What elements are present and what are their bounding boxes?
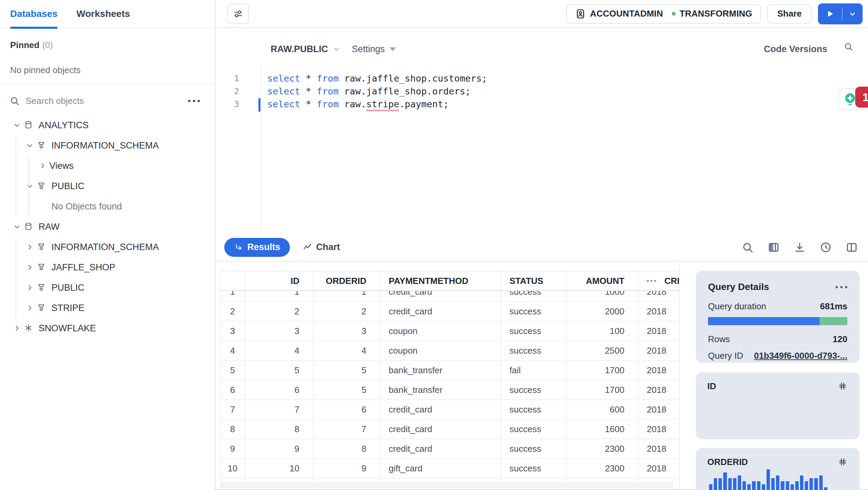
sliders-icon <box>232 8 244 20</box>
table-row[interactable]: 444couponsuccess25002018 <box>221 341 679 361</box>
tab-chart[interactable]: Chart <box>303 242 340 252</box>
history-clock-icon[interactable] <box>820 241 832 253</box>
query-duration-bar <box>708 317 847 325</box>
histogram-bar <box>781 481 784 490</box>
cell: credit_card <box>381 302 501 321</box>
histogram-bar <box>752 481 755 490</box>
tree-item-public[interactable]: PUBLIC <box>0 277 215 298</box>
duration-bar-other <box>820 317 847 325</box>
column-header-status[interactable]: STATUS <box>501 271 567 290</box>
cell: credit_card <box>381 420 501 439</box>
cell: 2300 <box>567 439 639 459</box>
table-row[interactable]: 665bank_transfersuccess17002018 <box>221 380 679 400</box>
run-options-button[interactable] <box>843 3 863 24</box>
histogram-bar <box>733 478 736 490</box>
cell: 2500 <box>567 341 639 361</box>
cell: 2300 <box>567 459 639 478</box>
horizontal-scrollbar[interactable] <box>220 482 673 488</box>
chevron-right-icon[interactable] <box>25 283 35 292</box>
chevron-down-icon[interactable] <box>25 181 35 191</box>
table-row[interactable]: 776credit_cardsuccess6002018 <box>221 400 679 420</box>
cell: 100 <box>567 321 639 341</box>
tree-item-information-schema[interactable]: INFORMATION_SCHEMA <box>0 237 215 257</box>
tree-item-label: JAFFLE_SHOP <box>51 262 115 273</box>
results-table-header: IDORDERIDPAYMENTMETHODSTATUSAMOUNTCREATE… <box>220 271 679 291</box>
chevron-right-icon[interactable] <box>25 263 35 272</box>
tree-item-jaffle-shop[interactable]: JAFFLE_SHOP <box>0 257 215 277</box>
tree-item-stripe[interactable]: STRIPE <box>0 298 215 318</box>
cell: credit_card <box>381 291 501 302</box>
split-panel-icon[interactable] <box>846 241 858 253</box>
share-button[interactable]: Share <box>767 4 812 24</box>
tree-item-raw[interactable]: RAW <box>0 217 215 237</box>
chevron-down-icon[interactable] <box>25 141 35 150</box>
cell: success <box>501 321 567 341</box>
columns-icon[interactable] <box>768 241 780 253</box>
query-id-label: Query ID <box>708 351 743 361</box>
cell <box>245 478 314 481</box>
table-row[interactable]: 10109gift_cardsuccess23002018 <box>221 459 679 478</box>
schema-context-label: RAW.PUBLIC <box>271 44 328 54</box>
search-results-icon[interactable] <box>741 241 754 253</box>
table-row[interactable]: 111credit_cardsuccess10002018 <box>221 291 679 302</box>
hash-icon[interactable] <box>838 381 848 392</box>
tree-item-analytics[interactable]: ANALYTICS <box>0 115 215 135</box>
cell: 2018 <box>639 380 679 400</box>
table-row[interactable] <box>221 478 679 481</box>
cell: 1 <box>314 291 381 302</box>
context-role-warehouse-selector[interactable]: ACCOUNTADMIN TRANSFORMING <box>566 4 761 24</box>
cell: 9 <box>245 439 314 459</box>
search-input[interactable]: Search objects <box>26 96 188 106</box>
worksheet-options-button[interactable] <box>227 4 249 24</box>
run-button[interactable] <box>818 3 842 24</box>
table-row[interactable]: 887credit_cardsuccess16002018 <box>221 420 679 439</box>
cell: success <box>501 341 567 361</box>
column-header-created[interactable]: CREATED <box>639 271 679 290</box>
chevron-right-icon[interactable] <box>12 324 22 333</box>
table-row[interactable]: 555bank_transferfail17002018 <box>221 361 679 380</box>
tab-worksheets[interactable]: Worksheets <box>76 0 130 28</box>
cell <box>314 478 381 481</box>
snowflake-icon <box>24 323 34 333</box>
download-icon[interactable] <box>794 241 806 253</box>
cell <box>639 478 679 481</box>
column-header-orderid[interactable]: ORDERID <box>314 271 381 290</box>
table-row[interactable]: 998credit_cardsuccess23002018 <box>221 439 679 459</box>
chevron-right-icon[interactable] <box>25 303 35 313</box>
editor-search-icon[interactable] <box>844 42 855 53</box>
tree-item-snowflake[interactable]: SNOWFLAKE <box>0 318 215 338</box>
chevron-right-icon[interactable] <box>38 161 47 171</box>
tree-item-public[interactable]: PUBLIC <box>0 176 215 196</box>
results-table[interactable]: 111credit_cardsuccess10002018222credit_c… <box>220 291 679 481</box>
histogram-bar <box>718 478 722 490</box>
tree-item-label: ANALYTICS <box>39 120 89 131</box>
column-header-id[interactable]: ID <box>245 271 314 290</box>
query-id-link[interactable]: 01b349f6-0000-d793-... <box>754 351 847 361</box>
object-search[interactable]: Search objects <box>0 90 215 112</box>
query-details-menu[interactable] <box>836 286 847 288</box>
tab-databases[interactable]: Databases <box>10 0 58 28</box>
tree-item-views[interactable]: Views <box>0 156 215 176</box>
warehouse-status-dot <box>672 12 676 16</box>
settings-dropdown[interactable]: Settings <box>352 41 396 57</box>
query-details-title: Query Details <box>708 282 769 292</box>
column-header-amount[interactable]: AMOUNT <box>567 271 639 290</box>
hash-icon[interactable] <box>838 457 848 467</box>
column-header-paymentmethod[interactable]: PAYMENTMETHOD <box>381 271 501 290</box>
column-menu-icon[interactable] <box>647 280 656 282</box>
schema-context-dropdown[interactable]: RAW.PUBLIC <box>271 41 341 57</box>
stat-card-title: ID <box>707 381 716 392</box>
table-row[interactable]: 333couponsuccess1002018 <box>221 321 679 341</box>
tree-item-information-schema[interactable]: INFORMATION_SCHEMA <box>0 135 215 156</box>
row-number: 6 <box>221 380 245 400</box>
row-number: 1 <box>221 291 245 302</box>
table-row[interactable]: 222credit_cardsuccess20002018 <box>221 302 679 321</box>
code-versions-link[interactable]: Code Versions <box>764 44 827 54</box>
play-icon <box>825 9 835 19</box>
chevron-down-icon[interactable] <box>12 120 22 130</box>
chevron-right-icon[interactable] <box>25 242 35 252</box>
line-number: 1 <box>215 73 239 83</box>
chevron-down-icon[interactable] <box>12 222 22 231</box>
sidebar-more-menu[interactable] <box>188 100 200 102</box>
tab-results[interactable]: Results <box>224 238 290 257</box>
